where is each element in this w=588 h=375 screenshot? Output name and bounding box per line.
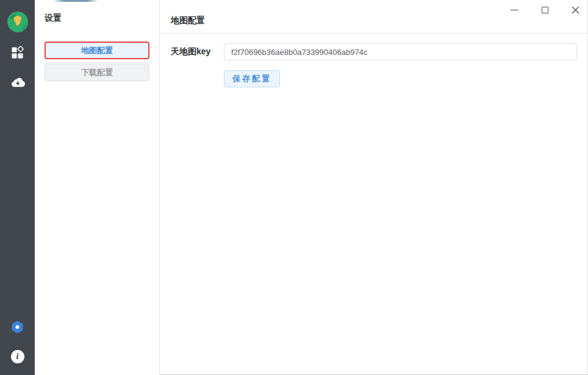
window-controls [507, 2, 583, 17]
tianditu-key-row: 天地图key [171, 43, 577, 60]
nav-button-map-config[interactable]: 地图配置 [45, 42, 149, 59]
save-config-button[interactable]: 保存配置 [224, 70, 280, 87]
icon-rail: i [0, 0, 35, 375]
maximize-icon[interactable] [537, 2, 552, 17]
maximize-glyph [542, 7, 548, 13]
map-config-form: 天地图key 保存配置 [160, 34, 588, 97]
settings-panel: 设置 地图配置 下载配置 [35, 0, 160, 375]
info-icon[interactable]: i [11, 350, 24, 363]
apps-grid-icon[interactable] [11, 46, 24, 59]
tianditu-key-label: 天地图key [171, 46, 220, 57]
app-window: i 设置 地图配置 下载配置 地图配置 天地图key 保存配置 [0, 0, 588, 375]
nav-button-download-config[interactable]: 下载配置 [45, 64, 149, 81]
close-glyph [572, 6, 579, 14]
globe-earth-icon[interactable] [7, 11, 29, 33]
hexagon-nut-icon[interactable] [11, 321, 24, 333]
tianditu-key-input[interactable] [224, 43, 577, 60]
settings-nav-list: 地图配置 下载配置 [45, 42, 149, 81]
minimize-glyph [511, 10, 518, 10]
main-content: 地图配置 天地图key 保存配置 [160, 0, 588, 375]
panel-title: 设置 [45, 13, 149, 24]
cloud-download-icon[interactable] [10, 76, 26, 88]
info-glyph: i [16, 352, 19, 362]
title-accent-bar [53, 0, 98, 2]
main-header-title: 地图配置 [171, 15, 205, 33]
close-icon[interactable] [568, 2, 583, 17]
minimize-icon[interactable] [507, 2, 522, 17]
